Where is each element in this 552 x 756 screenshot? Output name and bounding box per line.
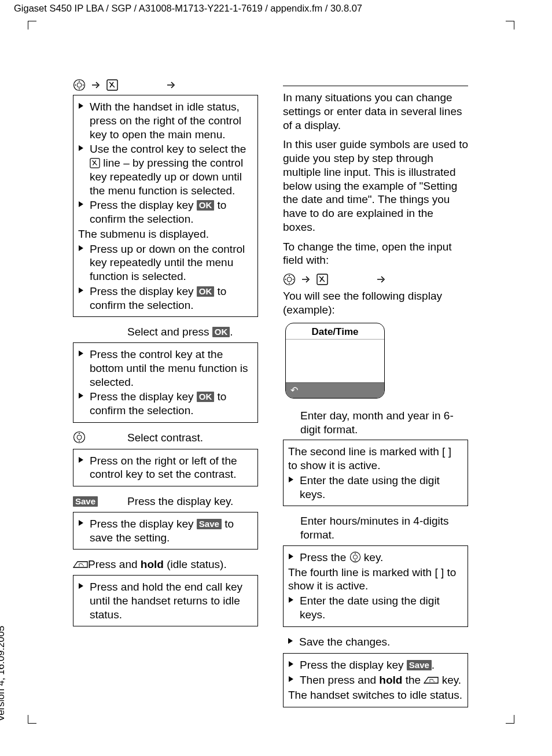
lead-row: Select contrast. (73, 431, 258, 445)
lead-row: Enter day, month and year in 6-digit for… (283, 409, 468, 437)
list-item: Use the control key to select the line –… (78, 142, 253, 197)
instruction-box: Press the display key Save. Then press a… (283, 653, 468, 707)
right-column: In many situations you can change settin… (283, 86, 468, 716)
text: Enter hours/minutes in 4-digits format. (300, 514, 468, 542)
end-call-key-icon (424, 675, 439, 685)
instruction-box: Press the key. The fourth line is marked… (283, 545, 468, 627)
bullet-icon (288, 476, 295, 501)
text: Press the control key at the bottom unti… (90, 348, 253, 389)
version-text: Version 4, 16.09.2005 (0, 626, 7, 721)
list-item: Press the display key Save to save the s… (78, 517, 253, 545)
text: Press up or down on the control key repe… (90, 242, 253, 283)
instruction-box: Press and hold the end call key until th… (73, 575, 258, 626)
bullet-icon (288, 553, 295, 565)
list-item: Press the display key OK to confirm the … (78, 198, 253, 226)
nav-row (283, 273, 468, 286)
svg-point-5 (77, 435, 82, 440)
text: Enter day, month and year in 6-digit for… (300, 409, 468, 437)
bullet-icon (78, 102, 85, 141)
text: Select contrast. (127, 431, 258, 445)
arrow-right-icon (301, 275, 311, 283)
bullet-icon (78, 519, 85, 545)
paragraph: To change the time, open the input field… (283, 240, 468, 268)
divider (283, 86, 468, 86)
list-item: Press the key. (288, 551, 463, 565)
text: Press and hold (idle status). (88, 558, 258, 571)
list-item: Save the changes. (288, 635, 468, 649)
crop-mark-icon (506, 715, 514, 724)
instruction-box: Press the display key Save to save the s… (73, 512, 258, 550)
softkey-back-icon: ↶ (290, 385, 298, 396)
text: Press the display key. (127, 495, 258, 508)
lead-row: Enter hours/minutes in 4-digits format. (283, 514, 468, 542)
control-key-icon (73, 79, 86, 91)
text: Use the control key to select the line –… (90, 142, 253, 197)
list-item: Press the control key at the bottom unti… (78, 348, 253, 389)
header-path: Gigaset S450 IP LBA / SGP / A31008-M1713… (14, 2, 362, 14)
instruction-box: The second line is marked with [ ] to sh… (283, 440, 468, 506)
text: Press on the right or left of the contro… (90, 454, 253, 482)
text: Press the display key Save to save the s… (90, 517, 253, 545)
list-item: Then press and hold the key. (288, 673, 463, 687)
list-item: With the handset in idle status, press o… (78, 100, 253, 141)
settings-menu-icon (317, 274, 328, 285)
crop-mark-icon (28, 715, 36, 724)
list-item: Press the display key OK to confirm the … (78, 390, 253, 418)
bullet-icon (78, 201, 85, 226)
list-item: Press the display key Save. (288, 658, 463, 672)
list-item: Press and hold the end call key until th… (78, 580, 253, 621)
text: Press the display key Save. (300, 658, 463, 672)
instruction-box: With the handset in idle status, press o… (73, 95, 258, 317)
bullet-icon (78, 145, 85, 197)
bullet-icon (78, 582, 85, 621)
ok-key: OK (197, 286, 215, 297)
text: The handset switches to idle status. (288, 688, 463, 702)
text: Enter the date using the digit keys. (300, 594, 463, 622)
settings-menu-icon (106, 79, 118, 91)
arrow-right-icon (377, 275, 386, 283)
save-key: Save (197, 519, 222, 529)
text: Press the key. (300, 551, 463, 565)
lead-row: Press and hold (idle status). (73, 558, 258, 571)
settings-menu-icon (90, 158, 100, 168)
lead-row: Save Press the display key. (73, 495, 258, 508)
control-key-icon (283, 273, 296, 286)
ok-key: OK (212, 327, 230, 337)
end-call-key-icon (73, 559, 88, 570)
list-item: Enter the date using the digit keys. (288, 594, 463, 622)
control-key-icon (349, 551, 361, 563)
text: The submenu is displayed. (78, 227, 253, 241)
text: Press the display key OK to confirm the … (90, 390, 253, 418)
list-item: Press up or down on the control key repe… (78, 242, 253, 283)
screen-softkeys: ↶ (286, 382, 384, 398)
bullet-icon (78, 392, 85, 418)
left-column: With the handset in idle status, press o… (73, 79, 258, 635)
text: Press and hold the end call key until th… (90, 580, 253, 621)
save-key: Save (73, 496, 98, 507)
text: Select and press OK. (127, 325, 258, 339)
list-item: Press on the right or left of the contro… (78, 454, 253, 482)
bullet-icon (78, 456, 85, 482)
text: Enter the date using the digit keys. (300, 474, 463, 501)
save-key: Save (407, 660, 432, 670)
control-key-icon (73, 431, 86, 444)
paragraph: In many situations you can change settin… (283, 91, 468, 132)
ok-key: OK (197, 200, 215, 211)
crop-mark-icon (506, 21, 514, 29)
bullet-icon (288, 637, 295, 649)
handset-screen: Date/Time ↶ (285, 323, 385, 399)
instruction-box: Press the control key at the bottom unti… (73, 342, 258, 423)
arrow-right-icon (167, 81, 176, 89)
text: The fourth line is marked with [ ] to sh… (288, 566, 463, 593)
list-item: Press the display key OK to confirm the … (78, 285, 253, 312)
screen-title: Date/Time (286, 323, 384, 340)
paragraph: You will see the following display (exam… (283, 289, 468, 317)
text: With the handset in idle status, press o… (90, 100, 253, 141)
text: Then press and hold the key. (300, 673, 463, 687)
svg-point-10 (353, 555, 357, 559)
arrow-right-icon (91, 81, 101, 89)
bullet-icon (78, 350, 85, 389)
bullet-icon (288, 596, 295, 622)
screen-body (286, 340, 384, 382)
nav-row (73, 79, 258, 91)
